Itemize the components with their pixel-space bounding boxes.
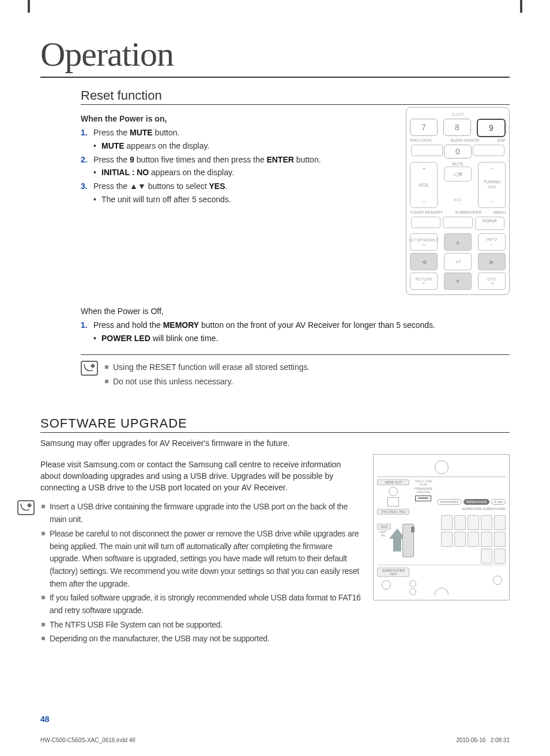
note-icon	[17, 500, 35, 515]
reset-on-step2-sub: INITIAL : NO appears on the display.	[93, 167, 394, 178]
reset-on-step1: 1.Press the MUTE button.	[81, 127, 394, 138]
note-icon	[81, 361, 98, 376]
software-p2: Please visit Samsung.com or contact the …	[40, 459, 363, 494]
remote-key-8: 8	[443, 119, 471, 136]
remote-key-0: 0	[444, 145, 472, 158]
software-notes: Insert a USB drive containing the firmwa…	[42, 499, 363, 647]
remote-return: RETURN↶	[410, 273, 438, 290]
reset-on-step3-sub: The unit will turn off after 5 seconds.	[93, 194, 394, 205]
remote-key-9: 9	[477, 119, 506, 137]
remote-down: ▼	[444, 273, 472, 290]
rear-panel-diagram: HDMI OUT FM (75Ω) / 75Ω ONLY USE FOR FIR…	[373, 454, 510, 647]
software-intro: Samsung may offer upgrades for AV Receiv…	[40, 437, 510, 449]
section-reset: Reset function	[81, 88, 510, 105]
section-software: SOFTWARE UPGRADE	[40, 416, 510, 433]
remote-diagram: SLEEP 7 8 9 PRO.LOGICAUDIO ASSIGNDSP 0 ＋…	[406, 107, 510, 295]
remote-exit: EXIT⇥	[478, 273, 506, 290]
remote-mute: ◁✕	[444, 167, 472, 182]
page-number: 48	[40, 715, 50, 724]
reset-on-step3: 3.Press the ▲▼ buttons to select YES.	[81, 180, 394, 192]
remote-left: ◀	[410, 253, 438, 270]
chapter-title: Operation	[40, 35, 510, 78]
reset-on-step1-sub: MUTE appears on the display.	[93, 140, 394, 152]
reset-notes: Using the RESET function will erase all …	[105, 360, 310, 390]
usb-drive	[402, 524, 414, 557]
remote-info: INFOi	[478, 233, 506, 251]
footer: HW-C500-C560S-XAC_0616.indd 48 2010-06-1…	[40, 737, 510, 743]
reset-off-step1-sub: POWER LED will blink one time.	[93, 332, 510, 344]
usb-port	[415, 496, 431, 501]
remote-right: ▶	[478, 253, 506, 270]
remote-up: ▲	[444, 233, 472, 251]
remote-setup: SETUP/MOBILE▭	[410, 233, 438, 251]
remote-tuning: ︿TUNING /CH﹀	[478, 162, 506, 208]
reset-on-step2: 2.Press the 9 button five times and then…	[81, 154, 394, 165]
remote-enter: ⏎	[444, 253, 472, 270]
reset-on-heading: When the Power is on,	[81, 113, 394, 124]
remote-vol: ＋VOL－	[410, 162, 438, 208]
reset-off-heading: When the Power is Off,	[81, 305, 510, 317]
reset-off-step1: 1.Press and hold the MEMORY button on th…	[81, 319, 510, 331]
remote-key-7: 7	[410, 119, 438, 136]
usb-arrow	[391, 528, 404, 551]
